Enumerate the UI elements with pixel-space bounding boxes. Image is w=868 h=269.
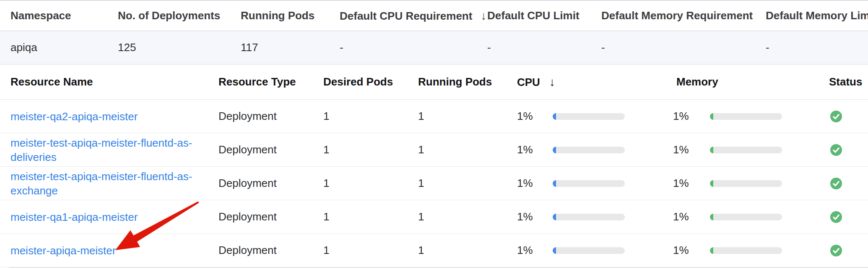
cpu-usage-bar [553, 214, 625, 220]
memory-usage-bar [710, 247, 782, 254]
table-row: meister-qa2-apiqa-meister Deployment 1 1… [0, 100, 868, 133]
status-healthy-icon [830, 211, 842, 223]
header-memory[interactable]: Memory [673, 75, 829, 88]
status-cell [829, 211, 859, 223]
cpu-usage-bar [553, 247, 625, 254]
memory-usage-bar [710, 180, 782, 187]
resource-type-cell: Deployment [218, 110, 323, 123]
table-row: meister-test-apiqa-meister-fluentd-as-ex… [0, 167, 868, 200]
resource-type-cell: Deployment [218, 210, 323, 223]
status-healthy-icon [830, 178, 842, 189]
cpu-usage-cell: 1% [517, 244, 673, 257]
running-pods-cell: 1 [418, 177, 517, 190]
sort-descending-icon[interactable]: ↓ [549, 75, 555, 89]
namespace-name: apiqa [10, 41, 118, 54]
namespace-default-memory-limit: - [766, 41, 859, 54]
memory-usage-bar [710, 147, 782, 153]
resource-type-cell: Deployment [218, 244, 323, 257]
header-cpu[interactable]: CPU↓ [517, 75, 673, 89]
status-healthy-icon [830, 111, 842, 122]
desired-pods-cell: 1 [323, 110, 418, 123]
memory-usage-cell: 1% [673, 210, 829, 223]
namespace-default-cpu-limit: - [487, 41, 601, 54]
memory-usage-bar [710, 113, 782, 120]
header-running-pods-resources[interactable]: Running Pods [418, 75, 517, 88]
table-row: meister-test-apiqa-meister-fluentd-as-de… [0, 133, 868, 167]
header-default-cpu-requirement-label: Default CPU Requirement [340, 10, 472, 22]
desired-pods-cell: 1 [323, 210, 418, 223]
resource-name-cell: meister-test-apiqa-meister-fluentd-as-de… [10, 136, 218, 164]
header-namespace[interactable]: Namespace [10, 9, 118, 22]
running-pods-cell: 1 [418, 210, 517, 223]
namespace-deployments-count: 125 [118, 41, 241, 54]
namespace-row-apiqa[interactable]: apiqa 125 117 - - - - [0, 31, 868, 65]
running-pods-cell: 1 [418, 110, 517, 123]
cpu-usage-value: 1% [517, 110, 553, 123]
status-cell [829, 111, 859, 122]
resource-name-cell: meister-test-apiqa-meister-fluentd-as-ex… [10, 169, 218, 198]
status-healthy-icon [830, 144, 842, 156]
status-cell [829, 245, 859, 256]
memory-usage-value: 1% [673, 143, 710, 156]
table-bottom-border [9, 267, 868, 268]
namespace-default-cpu-requirement: - [340, 41, 487, 54]
header-resource-type[interactable]: Resource Type [218, 75, 323, 88]
desired-pods-cell: 1 [323, 177, 418, 190]
header-cpu-label: CPU [517, 76, 540, 88]
header-resource-name[interactable]: Resource Name [10, 75, 218, 88]
memory-usage-cell: 1% [673, 143, 829, 156]
resource-name-cell: meister-qa2-apiqa-meister [10, 109, 218, 124]
memory-usage-value: 1% [673, 210, 710, 223]
cpu-usage-cell: 1% [517, 110, 673, 123]
desired-pods-cell: 1 [323, 244, 418, 257]
header-running-pods[interactable]: Running Pods [241, 9, 340, 22]
cpu-usage-bar [553, 180, 625, 187]
memory-usage-value: 1% [673, 177, 710, 190]
cpu-usage-cell: 1% [517, 177, 673, 190]
namespace-summary-table: Namespace No. of Deployments Running Pod… [0, 0, 868, 65]
running-pods-cell: 1 [418, 244, 517, 257]
header-default-memory-limit[interactable]: Default Memory Limit [766, 9, 868, 22]
memory-usage-value: 1% [673, 110, 710, 123]
cpu-usage-value: 1% [517, 143, 553, 156]
memory-usage-cell: 1% [673, 244, 829, 257]
cpu-usage-value: 1% [517, 244, 553, 257]
resource-name-cell: meister-qa1-apiqa-meister [10, 210, 218, 224]
table-row: meister-qa1-apiqa-meister Deployment 1 1… [0, 200, 868, 234]
cpu-usage-value: 1% [517, 177, 553, 190]
table-row: meister-apiqa-meister Deployment 1 1 1% … [0, 234, 868, 267]
status-healthy-icon [830, 245, 842, 256]
resource-link[interactable]: meister-test-apiqa-meister-fluentd-as-de… [10, 137, 192, 163]
cpu-usage-bar [553, 147, 625, 153]
header-default-cpu-requirement[interactable]: Default CPU Requirement↓ [340, 9, 487, 23]
header-default-cpu-limit[interactable]: Default CPU Limit [487, 9, 601, 22]
header-status[interactable]: Status [829, 75, 862, 88]
memory-usage-value: 1% [673, 244, 710, 257]
memory-usage-cell: 1% [673, 177, 829, 190]
namespace-running-pods-count: 117 [241, 41, 340, 54]
status-cell [829, 178, 859, 189]
memory-usage-cell: 1% [673, 110, 829, 123]
resource-link[interactable]: meister-test-apiqa-meister-fluentd-as-ex… [10, 170, 192, 197]
resource-type-cell: Deployment [218, 177, 323, 190]
running-pods-cell: 1 [418, 143, 517, 156]
cpu-usage-bar [553, 113, 625, 120]
resource-name-cell: meister-apiqa-meister [10, 243, 218, 258]
header-default-memory-requirement[interactable]: Default Memory Requirement [601, 9, 766, 22]
resource-link-annotated[interactable]: meister-apiqa-meister [10, 244, 116, 257]
sort-descending-icon[interactable]: ↓ [481, 9, 486, 23]
resource-link[interactable]: meister-qa2-apiqa-meister [10, 110, 138, 123]
resources-table: Resource Name Resource Type Desired Pods… [0, 65, 868, 268]
status-cell [829, 144, 859, 156]
resource-link[interactable]: meister-qa1-apiqa-meister [10, 211, 138, 223]
namespace-default-memory-requirement: - [601, 41, 766, 54]
namespace-table-header-row: Namespace No. of Deployments Running Pod… [0, 1, 868, 31]
memory-usage-bar [710, 214, 782, 220]
cpu-usage-value: 1% [517, 210, 553, 223]
header-no-of-deployments[interactable]: No. of Deployments [118, 9, 241, 22]
resources-table-header-row: Resource Name Resource Type Desired Pods… [0, 65, 868, 100]
cpu-usage-cell: 1% [517, 210, 673, 223]
cpu-usage-cell: 1% [517, 143, 673, 156]
desired-pods-cell: 1 [323, 143, 418, 156]
header-desired-pods[interactable]: Desired Pods [323, 75, 418, 88]
